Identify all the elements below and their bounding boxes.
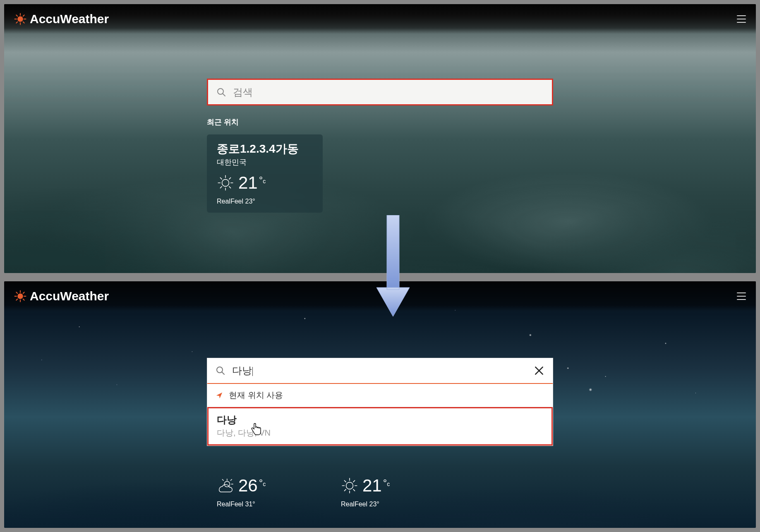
- svg-line-5: [16, 15, 17, 16]
- logo-text: AccuWeather: [30, 12, 109, 26]
- svg-point-0: [17, 16, 23, 22]
- sun-icon: [341, 477, 358, 494]
- card-temp: 26°c: [238, 476, 266, 496]
- search-result-item[interactable]: 다낭 다낭, 다낭, VN: [207, 407, 553, 446]
- search-dropdown: 다낭 현재 위치 사용 다낭 다낭, 다낭, VN: [207, 358, 553, 446]
- svg-line-43: [353, 480, 355, 482]
- svg-line-16: [220, 177, 222, 179]
- svg-line-27: [16, 292, 17, 293]
- use-current-location-label: 현재 위치 사용: [229, 390, 283, 401]
- svg-line-46: [222, 372, 224, 374]
- svg-line-7: [23, 15, 24, 16]
- svg-line-34: [230, 479, 232, 481]
- result-name: 다낭: [217, 413, 543, 427]
- menu-icon[interactable]: [737, 15, 746, 23]
- search-input[interactable]: 검색: [207, 79, 553, 105]
- partly-cloudy-icon: [217, 477, 234, 494]
- svg-line-18: [229, 177, 231, 179]
- svg-line-10: [223, 93, 225, 96]
- recent-locations-label: 최근 위치: [207, 117, 553, 127]
- close-icon[interactable]: [534, 365, 544, 376]
- svg-line-42: [353, 489, 355, 491]
- logo-text: AccuWeather: [30, 289, 109, 303]
- result-sub: 다낭, 다낭, VN: [217, 427, 543, 439]
- svg-line-28: [23, 299, 24, 300]
- logo[interactable]: AccuWeather: [14, 12, 109, 26]
- search-placeholder: 검색: [233, 86, 544, 99]
- svg-line-17: [229, 187, 231, 188]
- search-input-active[interactable]: 다낭: [207, 358, 553, 384]
- svg-line-44: [344, 489, 346, 491]
- svg-point-22: [17, 293, 23, 299]
- svg-point-36: [346, 482, 353, 489]
- weather-card-partial[interactable]: 26°c RealFeel 31°: [207, 474, 323, 515]
- search-icon: [216, 366, 225, 376]
- use-current-location[interactable]: 현재 위치 사용: [207, 384, 553, 407]
- svg-rect-20: [387, 215, 399, 290]
- logo[interactable]: AccuWeather: [14, 289, 109, 303]
- card-realfeel: RealFeel 23°: [217, 198, 313, 205]
- card-temp: 21°c: [238, 173, 266, 193]
- svg-line-6: [23, 22, 24, 23]
- sun-logo-icon: [14, 13, 26, 25]
- weather-card-partial[interactable]: 21°c RealFeel 23°: [331, 474, 447, 515]
- recent-location-card[interactable]: 종로1.2.3.4가동 대한민국 21°c: [207, 134, 323, 213]
- header: AccuWeather: [4, 4, 756, 34]
- search-icon: [216, 87, 226, 97]
- svg-line-41: [344, 480, 346, 482]
- svg-line-30: [16, 299, 17, 300]
- svg-line-8: [16, 22, 17, 23]
- location-arrow-icon: [216, 392, 223, 399]
- card-realfeel: RealFeel 23°: [341, 501, 437, 508]
- svg-line-35: [222, 479, 223, 481]
- card-location-name: 종로1.2.3.4가동: [217, 143, 313, 156]
- arrow-down-icon: [374, 215, 412, 319]
- svg-line-29: [23, 292, 24, 293]
- svg-line-19: [220, 187, 222, 188]
- card-realfeel: RealFeel 31°: [217, 501, 313, 508]
- card-temp: 21°c: [362, 476, 390, 496]
- sun-icon: [217, 174, 234, 192]
- menu-icon[interactable]: [737, 292, 746, 300]
- sun-logo-icon: [14, 290, 26, 302]
- svg-point-11: [222, 179, 229, 186]
- card-country: 대한민국: [217, 157, 313, 167]
- search-value: 다낭: [232, 364, 527, 377]
